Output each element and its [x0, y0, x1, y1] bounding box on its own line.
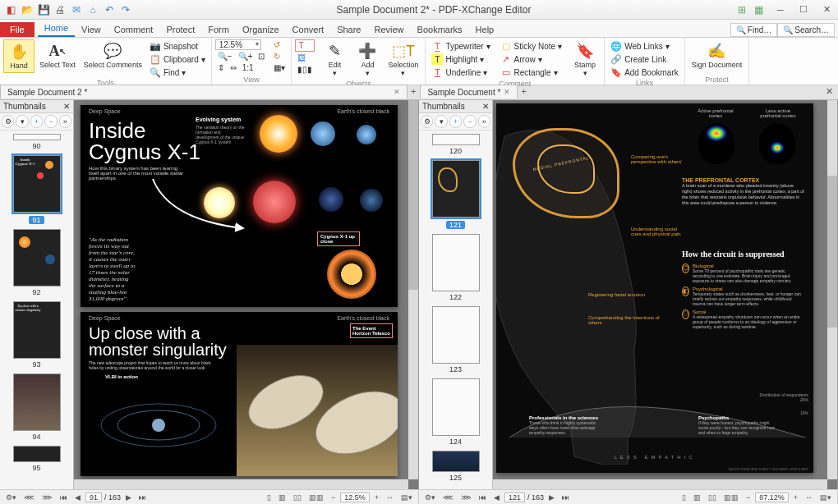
page-number-input[interactable]: 121: [504, 493, 525, 502]
thumb-more-icon[interactable]: »: [478, 115, 490, 128]
first-page-icon[interactable]: ⏮: [477, 493, 489, 502]
close-button[interactable]: ✕: [815, 1, 838, 19]
thumb-options-icon[interactable]: ⚙: [2, 115, 14, 128]
vertical-scrollbar[interactable]: [408, 100, 418, 479]
layout-facing-icon[interactable]: ▯▯: [706, 493, 719, 502]
maximize-button[interactable]: ☐: [792, 1, 815, 19]
thumbnail[interactable]: 95: [3, 446, 70, 472]
thumb-zoom-out-icon[interactable]: −: [44, 115, 57, 128]
zoom-in-button[interactable]: 🔍+: [236, 51, 256, 62]
thumb-options-icon[interactable]: ⚙: [421, 115, 433, 128]
actual-size-button[interactable]: 1:1: [240, 62, 256, 73]
thumbnail[interactable]: 125: [422, 451, 489, 482]
arrow-tool[interactable]: ↗Arrow ▾: [498, 53, 565, 66]
clipboard-tool[interactable]: 📋Clipboard ▾: [147, 53, 208, 66]
nav-next-icon[interactable]: ⋙: [39, 493, 55, 502]
tab-review[interactable]: Review: [367, 22, 410, 37]
thumbnail[interactable]: 122: [422, 234, 489, 301]
web-links-button[interactable]: 🌐Web Links ▾: [608, 39, 681, 53]
edit-button[interactable]: ✎ Edit▾: [319, 39, 350, 80]
underline-tool[interactable]: TUnderline ▾: [429, 66, 492, 79]
document-tab-2[interactable]: Sample Document * ✕: [420, 85, 518, 99]
scan-icon[interactable]: ⌂: [85, 2, 100, 17]
thumb-zoom-out-icon[interactable]: −: [463, 115, 476, 128]
highlight-tool[interactable]: THighlight ▾: [429, 53, 492, 66]
prev-page-icon[interactable]: ◀: [491, 493, 502, 502]
nav-next-icon[interactable]: ⋙: [458, 493, 474, 502]
create-link-button[interactable]: 🔗Create Link: [608, 53, 681, 66]
thumbnail[interactable]: 120: [422, 134, 489, 155]
print-icon[interactable]: 🖨: [53, 2, 67, 17]
zoom-out-button[interactable]: 🔍−: [215, 51, 235, 62]
image-object-button[interactable]: 🖼: [295, 53, 315, 63]
thumbnail[interactable]: 121: [422, 160, 489, 229]
tab-help[interactable]: Help: [469, 22, 501, 37]
close-thumbnails-icon[interactable]: ✕: [63, 102, 70, 111]
thumb-menu-icon[interactable]: ▾: [435, 115, 447, 128]
email-icon[interactable]: ✉: [69, 2, 84, 17]
fit-page-button[interactable]: ⇕: [215, 62, 227, 73]
search-button[interactable]: 🔍Search…: [777, 23, 835, 37]
tab-view[interactable]: View: [75, 22, 108, 37]
tab-comment[interactable]: Comment: [108, 22, 160, 37]
rectangle-tool[interactable]: ▭Rectangle ▾: [498, 66, 565, 79]
open-icon[interactable]: 📂: [20, 2, 35, 17]
minimize-button[interactable]: ─: [769, 1, 792, 19]
tab-bookmarks[interactable]: Bookmarks: [411, 22, 469, 37]
layout-facing-cont-icon[interactable]: ▥▥: [721, 493, 741, 502]
snapshot-tool[interactable]: 📷Snapshot: [147, 39, 208, 53]
thumb-menu-icon[interactable]: ▾: [16, 115, 28, 128]
fit-width-button[interactable]: ⇔: [228, 62, 239, 73]
zoom-fit-icon[interactable]: ↔: [803, 493, 815, 502]
sign-document-button[interactable]: ✍ Sign Document: [688, 39, 746, 71]
tab-protect[interactable]: Protect: [159, 22, 201, 37]
thumbnail-list-left[interactable]: 90 InsideCygnus X-191 92 Up close with a…: [0, 131, 73, 489]
nav-prev-icon[interactable]: ⋘: [440, 493, 456, 502]
horizontal-scrollbar-right[interactable]: [493, 479, 827, 489]
rotate-ccw-button[interactable]: ↺: [271, 39, 288, 50]
vertical-scrollbar-right[interactable]: [827, 100, 837, 479]
zoom-dropdown[interactable]: 12.5%: [215, 39, 261, 50]
layout-facing-icon[interactable]: ▯▯: [291, 493, 304, 502]
zoom-fit-icon[interactable]: ↔: [384, 493, 396, 502]
tab-home[interactable]: Home: [38, 21, 75, 37]
hand-tool[interactable]: ✋ Hand: [3, 39, 35, 73]
find-tool[interactable]: 🔍Find ▾: [147, 66, 208, 79]
nav-prev-icon[interactable]: ⋘: [21, 493, 37, 502]
tab-convert[interactable]: Convert: [286, 22, 331, 37]
select-comments-tool[interactable]: 💬 Select Comments: [81, 39, 145, 71]
thumbnail[interactable]: 94: [3, 373, 70, 441]
close-tab-2-icon[interactable]: ✕: [504, 88, 510, 96]
thumbnail[interactable]: 92: [3, 229, 70, 296]
status-zoom-out-icon[interactable]: −: [329, 493, 338, 502]
next-page-icon[interactable]: ▶: [123, 493, 134, 502]
zoom-menu-icon[interactable]: ▤▾: [817, 493, 834, 502]
thumbnail[interactable]: 90: [3, 134, 70, 150]
tab-organize[interactable]: Organize: [236, 22, 286, 37]
options-icon[interactable]: ⚙▾: [3, 493, 19, 502]
last-page-icon[interactable]: ⏭: [559, 493, 572, 502]
page-number-input[interactable]: 91: [85, 493, 102, 502]
close-tab-icon[interactable]: ✕: [394, 88, 400, 96]
page-layout-button[interactable]: ▦▾: [271, 62, 288, 73]
layout-continuous-icon[interactable]: ▥: [276, 493, 288, 502]
layout-continuous-icon[interactable]: ▥: [691, 493, 703, 502]
thumb-more-icon[interactable]: »: [59, 115, 71, 128]
file-tab[interactable]: File: [0, 22, 35, 37]
rotate-cw-button[interactable]: ↻: [271, 51, 288, 62]
typewriter-tool[interactable]: T̲Typewriter ▾: [429, 39, 492, 53]
options-icon[interactable]: ⚙▾: [422, 493, 438, 502]
prev-page-icon[interactable]: ◀: [72, 493, 83, 502]
last-page-icon[interactable]: ⏭: [136, 493, 149, 502]
add-button[interactable]: ➕ Add▾: [352, 39, 383, 80]
next-page-icon[interactable]: ▶: [546, 493, 557, 502]
zoom-menu-icon[interactable]: ▤▾: [398, 493, 415, 502]
barcode-object-button[interactable]: ▮▯▮: [295, 64, 315, 75]
thumb-zoom-in-icon[interactable]: +: [30, 115, 43, 128]
status-zoom-in-icon[interactable]: +: [791, 493, 800, 502]
stamp-button[interactable]: 🔖 Stamp▾: [569, 39, 601, 80]
thumbnail[interactable]: InsideCygnus X-191: [3, 155, 70, 224]
layout-single-icon[interactable]: ▯: [265, 493, 274, 502]
text-object-button[interactable]: T: [295, 39, 315, 52]
thumbnail[interactable]: Up close with amonster singularity93: [3, 301, 70, 369]
